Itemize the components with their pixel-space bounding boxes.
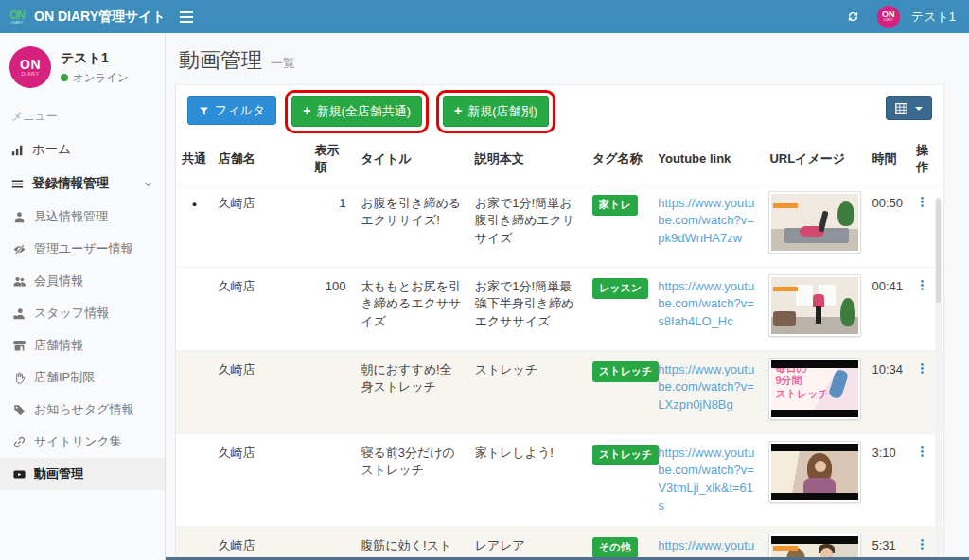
video-title: 朝におすすめ!全身ストレッチ (355, 350, 468, 433)
video-duration: 00:50 (866, 184, 910, 267)
chevron-down-icon (143, 179, 153, 189)
col-header-description: 説明本文 (469, 136, 587, 184)
store-name: 久崎店 (213, 184, 309, 267)
video-title: 太ももとお尻を引き締めるエクササイズ (355, 267, 468, 350)
sidebar-item-members[interactable]: 会員情報 (0, 265, 165, 297)
sidebar-item-staff[interactable]: スタッフ情報 (0, 297, 165, 329)
tag-badge: ストレッチ (592, 361, 659, 382)
plus-icon: + (303, 102, 310, 121)
tag-badge: その他 (592, 537, 638, 558)
video-description: お家で1分!簡単お腹引き締めエクササイズ (469, 184, 587, 267)
table-row: ● 久崎店 1 お腹を引き締めるエクササイズ! お家で1分!簡単お腹引き締めエク… (176, 184, 943, 267)
col-header-title: タイトル (355, 136, 468, 184)
plus-icon: + (454, 102, 462, 121)
store-icon (13, 340, 26, 352)
bars-icon (11, 178, 24, 190)
display-order (309, 433, 356, 526)
video-title: 腹筋に効く!ストレッチ (355, 526, 468, 560)
store-name: 久崎店 (213, 433, 309, 526)
sidebar-logo: ON DIARY (9, 46, 51, 88)
new-per-store-button[interactable]: + 新規(店舗別) (443, 96, 549, 127)
link-icon (13, 436, 26, 448)
sidebar-user-name: テスト1 (61, 50, 129, 67)
table-row: 久崎店 寝る前3分だけのストレッチ 家トレしよう! ストレッチ https://… (176, 433, 943, 526)
display-order (309, 350, 356, 433)
sidebar-item-site-links[interactable]: サイトリンク集 (0, 426, 165, 458)
users-icon (13, 275, 26, 288)
top-navbar: ON DIARY ON DIARY管理サイト ON DIARY テスト1 (0, 0, 969, 33)
sidebar-toggle-icon[interactable] (169, 0, 203, 33)
filter-icon (199, 106, 209, 116)
new-all-stores-button[interactable]: + 新規(全店舗共通) (291, 96, 422, 127)
store-name: 久崎店 (213, 350, 309, 433)
brand-logo-diary: DIARY (11, 21, 23, 25)
video-title: お腹を引き締めるエクササイズ! (355, 184, 468, 267)
app-window: ON DIARY ON DIARY管理サイト ON DIARY テスト1 ON … (0, 0, 969, 560)
eye-off-icon (13, 243, 26, 255)
sidebar-item-video-management[interactable]: 動画管理 (0, 458, 165, 490)
col-header-order: 表示順 (309, 136, 356, 184)
caret-down-icon (915, 107, 923, 111)
table-header-row: 共通 店舗名 表示順 タイトル 説明本文 タグ名称 Youtube link U… (176, 136, 943, 184)
row-actions-button[interactable] (916, 361, 928, 376)
sidebar-item-notice-tags[interactable]: お知らせタグ情報 (0, 394, 165, 426)
tag-badge: 家トレ (592, 195, 638, 216)
youtube-link[interactable]: https://www.youtube.com/watch?v=V3tmLji_… (658, 445, 758, 516)
sidebar: ON DIARY テスト1 オンライン メニュー ホーム 登録情報管理 (0, 33, 166, 560)
table-view-button[interactable] (886, 96, 932, 120)
sidebar-item-stores[interactable]: 店舗情報 (0, 329, 165, 361)
page-title: 動画管理 (179, 46, 262, 75)
video-thumbnail (769, 442, 860, 502)
table-scrollbar[interactable] (935, 197, 942, 560)
col-header-store: 店舗名 (213, 136, 309, 184)
sidebar-user-panel: ON DIARY テスト1 オンライン (0, 43, 165, 99)
brand[interactable]: ON DIARY ON DIARY管理サイト (0, 6, 166, 28)
sidebar-item-prospect-info[interactable]: 見込情報管理 (0, 201, 165, 233)
sidebar-item-store-ip-restriction[interactable]: 店舗IP制限 (0, 361, 165, 394)
online-status-dot (61, 74, 68, 81)
content-box: フィルタ + 新規(全店舗共通) + 新規(店舗別) (175, 84, 944, 560)
col-header-tag: タグ名称 (587, 136, 652, 184)
youtube-link[interactable]: https://www.youtube.com/watch?v=pk9dWnHA… (658, 195, 758, 249)
menu-section-label: メニュー (0, 99, 165, 132)
col-header-common: 共通 (176, 136, 213, 184)
video-thumbnail (769, 275, 860, 336)
brand-logo-on: ON (9, 9, 25, 21)
row-actions-button[interactable] (916, 537, 928, 551)
row-actions-button[interactable] (916, 278, 928, 292)
row-actions-button[interactable] (916, 445, 928, 459)
video-title: 寝る前3分だけのストレッチ (355, 433, 468, 526)
sidebar-item-home[interactable]: ホーム (0, 132, 165, 166)
brand-logo-icon: ON DIARY (8, 6, 26, 28)
refresh-icon[interactable] (841, 5, 866, 29)
youtube-link[interactable]: https://www.youtube.com/watch?v=s8Iah4LO… (658, 278, 758, 332)
video-duration: 10:34 (866, 350, 910, 433)
sidebar-item-admin-users[interactable]: 管理ユーザー情報 (0, 233, 165, 265)
video-icon (13, 468, 26, 481)
staff-icon (13, 307, 26, 320)
store-name: 久崎店 (213, 267, 309, 350)
user-avatar[interactable]: ON DIARY (877, 6, 900, 28)
youtube-link[interactable]: https://www.youtube.com/watch?v=LXzpn0jN… (658, 361, 758, 415)
row-actions-button[interactable] (916, 195, 928, 209)
sidebar-item-registration-management[interactable]: 登録情報管理 (0, 166, 165, 201)
video-description: ストレッチ (469, 350, 587, 433)
thumbnail-text: 毎日の 9分間 ストレッチ (775, 362, 828, 401)
tag-icon (13, 404, 26, 416)
bar-chart-icon (11, 144, 24, 156)
video-duration: 00:41 (866, 267, 910, 350)
page-subtitle: 一覧 (271, 55, 295, 72)
col-header-youtube: Youtube link (652, 136, 764, 184)
content-area: 動画管理 一覧 フィルタ + 新規(全店舗共通) + 新規(店舗別) (166, 33, 969, 560)
video-thumbnail: 毎日の 9分間 ストレッチ (769, 359, 860, 419)
col-header-actions: 操作 (910, 136, 943, 184)
toolbar: フィルタ + 新規(全店舗共通) + 新規(店舗別) (176, 85, 943, 136)
sidebar-user-status: オンライン (61, 71, 129, 85)
filter-button[interactable]: フィルタ (187, 96, 276, 125)
display-order (309, 526, 356, 560)
video-thumbnail (769, 192, 860, 253)
navbar-user-name[interactable]: テスト1 (911, 9, 956, 26)
video-description: レアレア (469, 526, 587, 560)
tag-badge: レッスン (592, 278, 648, 299)
col-header-time: 時間 (866, 136, 910, 184)
